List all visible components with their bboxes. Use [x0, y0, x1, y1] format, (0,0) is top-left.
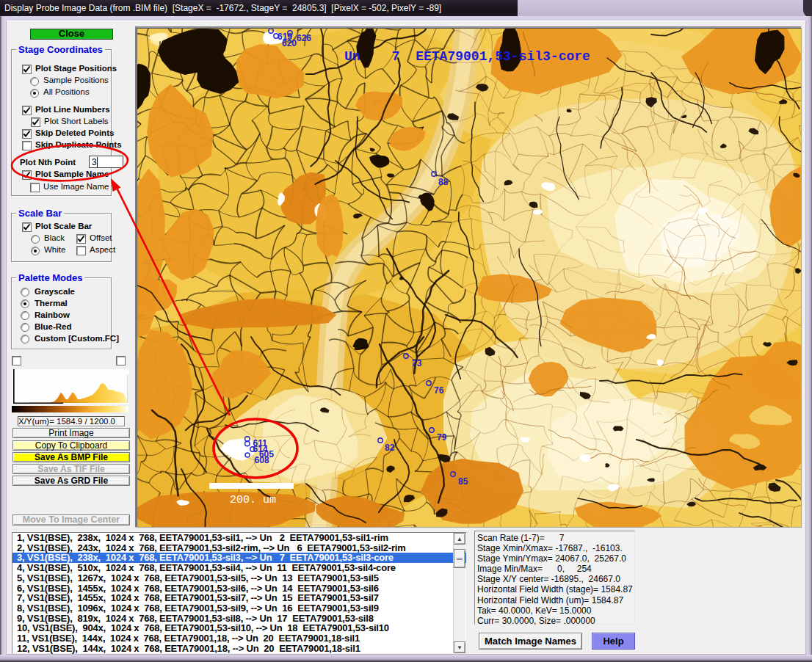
svg-text:85: 85 [458, 476, 468, 487]
svg-text:200. um: 200. um [230, 494, 276, 506]
svg-text:626: 626 [297, 33, 311, 43]
svg-text:88: 88 [438, 177, 449, 187]
svg-text:73: 73 [412, 358, 422, 368]
svg-text:Un 7 EETA79001,53-sil3-cor: Un 7 EETA79001,53-sil3-core [344, 49, 590, 64]
svg-text:620: 620 [282, 38, 297, 48]
svg-text:79: 79 [437, 432, 447, 443]
svg-text:76: 76 [434, 385, 444, 396]
svg-text:82: 82 [385, 443, 395, 453]
svg-text:608: 608 [255, 455, 269, 465]
